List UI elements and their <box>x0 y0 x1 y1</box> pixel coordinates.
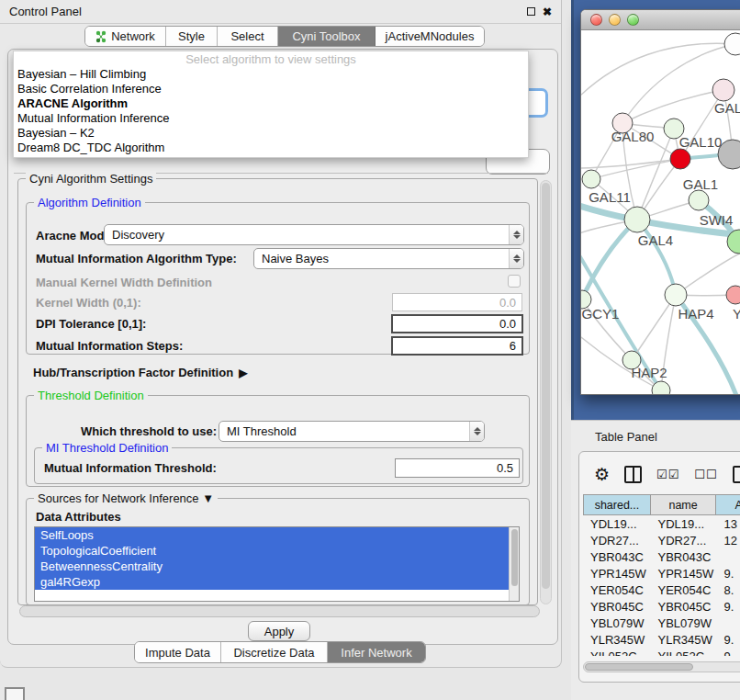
split-panel-icon[interactable] <box>624 466 642 483</box>
table-cell[interactable] <box>716 548 740 565</box>
network-node-gal11[interactable] <box>582 170 600 188</box>
network-canvas[interactable]: GALGAL80GAL10GAL1GAL11SWI4GAL4GCY1HAP4YH… <box>581 30 740 395</box>
table-column-header[interactable]: A <box>716 495 740 514</box>
table-cell[interactable]: 8. <box>716 581 740 598</box>
algorithm-option[interactable]: Mutual Information Inference <box>14 111 528 126</box>
table-cell[interactable]: 12 <box>716 532 740 548</box>
table-cell[interactable]: YIL052C <box>583 648 651 656</box>
table-cell[interactable]: YPR145W <box>651 565 717 581</box>
table-cell[interactable]: 13 <box>716 515 740 532</box>
data-attributes-list[interactable]: SelfLoopsTopologicalCoefficientBetweenne… <box>34 526 520 602</box>
data-attribute-item[interactable]: gal4RGexp <box>35 574 509 590</box>
tab-infer-network[interactable]: Infer Network <box>328 642 425 662</box>
tab-select[interactable]: Select <box>218 27 278 46</box>
expanded-arrow-icon[interactable]: ▼ <box>202 491 214 505</box>
algorithm-option[interactable]: Basic Correlation Inference <box>14 82 528 96</box>
table-cell[interactable]: 9. <box>716 565 740 581</box>
table-row[interactable]: YBR043CYBR043C <box>583 548 740 565</box>
which-threshold-select[interactable]: MI Threshold <box>219 421 485 442</box>
table-cell[interactable]: 9. <box>716 598 740 615</box>
deselect-all-checks-icon[interactable]: ☐☐ <box>694 468 717 481</box>
table-cell[interactable]: YBL079W <box>583 615 651 631</box>
network-node-gal1[interactable] <box>670 149 690 169</box>
traffic-light-zoom-icon[interactable] <box>627 14 639 26</box>
table-cell[interactable]: YPR145W <box>583 565 651 581</box>
select-all-checks-icon[interactable]: ☑☑ <box>656 468 679 481</box>
data-attribute-item[interactable]: TopologicalCoefficient <box>35 543 509 559</box>
traffic-light-minimize-icon[interactable] <box>609 14 621 26</box>
apply-button[interactable]: Apply <box>248 621 310 641</box>
table-row[interactable]: YIL052CYIL052C9 <box>583 648 740 656</box>
manual-kernel-checkbox[interactable] <box>508 275 521 288</box>
table-column-header[interactable]: shared... <box>584 495 651 514</box>
table-hscroll-thumb[interactable] <box>585 663 693 671</box>
network-node-y[interactable] <box>726 286 740 304</box>
algorithm-option[interactable]: Dream8 DC_TDC Algorithm <box>14 141 528 155</box>
table-row[interactable]: YER054CYER054C8. <box>583 581 740 598</box>
table-column-header[interactable]: name <box>651 495 716 514</box>
collapsed-arrow-icon[interactable]: ▶ <box>239 367 247 379</box>
minimized-panel-icon[interactable] <box>5 687 25 700</box>
network-node[interactable] <box>652 381 670 395</box>
table-row[interactable]: YBL079WYBL079W <box>583 615 740 631</box>
table-cell[interactable]: YBR043C <box>583 548 651 565</box>
mi-threshold-field[interactable]: 0.5 <box>395 458 520 478</box>
network-node-gal4[interactable] <box>624 207 650 232</box>
tab-style[interactable]: Style <box>166 27 218 46</box>
gear-icon[interactable]: ⚙ <box>594 466 610 483</box>
traffic-light-close-icon[interactable] <box>590 14 602 26</box>
settings-vertical-scrollbar[interactable] <box>540 180 552 604</box>
dpi-tolerance-field[interactable]: 0.0 <box>391 314 523 333</box>
list-scrollbar-thumb[interactable] <box>511 529 518 586</box>
settings-vscroll-thumb[interactable] <box>542 183 550 589</box>
table-cell[interactable]: YLR345W <box>583 631 651 648</box>
table-cell[interactable] <box>716 615 740 631</box>
table-row[interactable]: YLR345WYLR345W9. <box>583 631 740 648</box>
tab-jactivemnodules[interactable]: jActiveMNodules <box>376 27 484 46</box>
table-row[interactable]: YPR145WYPR145W9. <box>583 565 740 581</box>
settings-horizontal-scrollbar[interactable] <box>19 605 540 617</box>
tab-cyni-toolbox[interactable]: Cyni Toolbox <box>278 27 376 46</box>
network-node[interactable] <box>724 33 740 55</box>
tab-discretize-data[interactable]: Discretize Data <box>221 642 328 662</box>
table-cell[interactable]: 9 <box>716 648 740 656</box>
algorithm-option[interactable]: Bayesian – K2 <box>14 126 528 141</box>
table-row[interactable]: YDL19...YDL19...13 <box>583 515 740 532</box>
data-attribute-item[interactable]: BetweennessCentrality <box>35 559 509 574</box>
table-cell[interactable]: YIL052C <box>651 648 717 656</box>
table-cell[interactable]: YDL19... <box>583 515 651 532</box>
table-cell[interactable]: 9. <box>716 631 740 648</box>
network-edge[interactable] <box>581 333 661 390</box>
table-cell[interactable]: YDL19... <box>651 515 717 532</box>
algorithm-option[interactable]: ARACNE Algorithm <box>14 96 528 111</box>
document-icon[interactable] <box>733 466 740 483</box>
table-cell[interactable]: YBR045C <box>651 598 717 615</box>
kernel-width-field[interactable]: 0.0 <box>392 293 522 311</box>
tab-impute-data[interactable]: Impute Data <box>135 642 221 662</box>
network-edge[interactable] <box>581 159 680 168</box>
network-graph[interactable]: GALGAL80GAL10GAL1GAL11SWI4GAL4GCY1HAP4YH… <box>581 30 740 395</box>
table-cell[interactable]: YDR27... <box>583 532 651 548</box>
table-horizontal-scrollbar[interactable] <box>583 661 740 672</box>
list-scrollbar[interactable] <box>509 527 519 601</box>
table-cell[interactable]: YBR043C <box>651 548 717 565</box>
close-icon[interactable]: ✖ <box>543 6 552 17</box>
hub-tf-definition-toggle[interactable]: Hub/Transcription Factor Definition▶ <box>33 366 247 379</box>
table-cell[interactable]: YLR345W <box>651 631 717 648</box>
table-row[interactable]: YDR27...YDR27...12 <box>583 532 740 548</box>
tab-network[interactable]: Network <box>85 27 166 46</box>
table-row[interactable]: YBR045CYBR045C9. <box>583 598 740 615</box>
table-cell[interactable]: YER054C <box>583 581 651 598</box>
table-cell[interactable]: YBL079W <box>651 615 717 631</box>
table-cell[interactable]: YER054C <box>651 581 717 598</box>
table-cell[interactable]: YDR27... <box>651 532 717 548</box>
table-cell[interactable]: YBR045C <box>583 598 651 615</box>
mi-steps-field[interactable]: 6 <box>391 336 523 356</box>
float-window-icon[interactable] <box>527 7 535 16</box>
network-node-hap4[interactable] <box>665 284 687 306</box>
network-node-swi4[interactable] <box>689 190 709 210</box>
aracne-mode-select[interactable]: Discovery <box>104 224 524 245</box>
data-attribute-item[interactable]: SelfLoops <box>35 527 509 543</box>
algorithm-option[interactable]: Bayesian – Hill Climbing <box>14 67 528 82</box>
mi-type-select[interactable]: Naive Bayes <box>253 248 524 269</box>
